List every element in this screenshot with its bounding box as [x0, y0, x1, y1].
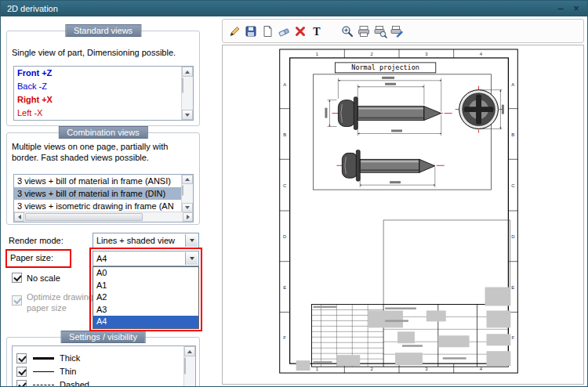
list-item[interactable]: Left -X — [14, 107, 181, 120]
svg-text:F: F — [512, 335, 515, 340]
paper-size-dropdown[interactable]: A0 A1 A2 A3 A4 — [93, 266, 199, 329]
new-sheet-icon[interactable] — [259, 22, 275, 41]
scrollbar-vertical[interactable] — [181, 67, 193, 120]
settings-visibility-group-label: Settings / visibility — [60, 331, 146, 343]
standard-views-list[interactable]: Front +Z Back -Z Right +X Left -X — [13, 66, 194, 121]
standard-views-group: Standard views Single view of part, Dime… — [6, 31, 200, 126]
settings-visibility-list[interactable]: Thick Thin Dashed — [12, 345, 196, 386]
standard-views-group-label: Standard views — [65, 24, 141, 37]
minimize-button[interactable]: – — [553, 1, 568, 16]
options-panel: Standard views Single view of part, Dime… — [1, 16, 206, 386]
svg-text:B: B — [511, 132, 514, 137]
scrollbar-vertical[interactable] — [183, 346, 195, 386]
dashed-label: Dashed — [60, 380, 89, 386]
list-item-selected[interactable]: 3 views + bill of material in frame (DIN… — [14, 187, 181, 200]
thin-line-sample — [33, 371, 54, 372]
svg-text:D: D — [511, 234, 515, 239]
scroll-left-icon[interactable] — [14, 212, 24, 222]
render-mode-label: Render mode: — [9, 236, 64, 245]
standard-views-description: Single view of part, Dimensioning possib… — [12, 47, 196, 58]
svg-text:D: D — [283, 234, 287, 239]
print-preview-icon[interactable] — [372, 22, 388, 41]
combination-views-description: Multiple views on one page, partially wi… — [12, 141, 197, 163]
list-item[interactable]: Back -Z — [14, 80, 181, 93]
scroll-thumb[interactable] — [184, 357, 186, 374]
titlebar[interactable]: 2D derivation – × — [1, 1, 587, 16]
drawing-canvas[interactable]: 1 2 3 4 1 2 3 4 A B C D E F A B C — [222, 45, 584, 385]
thick-line-sample — [33, 357, 54, 360]
thin-checkbox[interactable] — [16, 367, 27, 377]
scroll-thumb[interactable] — [25, 213, 143, 221]
svg-text:T: T — [313, 26, 321, 38]
svg-text:A: A — [511, 82, 514, 87]
paper-size-select[interactable]: A4 — [93, 251, 199, 266]
svg-text:C: C — [283, 183, 287, 188]
optimize-paper-label-line2: paper size — [27, 303, 67, 313]
dropdown-option[interactable]: A2 — [93, 291, 198, 304]
print-icon[interactable] — [355, 22, 372, 41]
projection-title: Normal projection — [351, 63, 419, 71]
eraser-icon[interactable] — [275, 22, 292, 41]
thin-label: Thin — [60, 367, 76, 376]
print-settings-icon[interactable] — [388, 22, 405, 41]
render-mode-value: Lines + shaded view — [96, 236, 175, 245]
dropdown-option[interactable]: A3 — [93, 304, 198, 316]
scroll-down-icon[interactable] — [182, 110, 193, 120]
svg-text:B: B — [283, 132, 286, 137]
list-item[interactable]: 3 views + isometric drawing in frame (AN — [14, 200, 181, 212]
dropdown-option[interactable]: A1 — [93, 280, 198, 292]
window-title: 2D derivation — [1, 4, 58, 13]
close-button[interactable]: × — [568, 1, 584, 16]
scroll-thumb[interactable] — [182, 185, 183, 196]
dropdown-option[interactable]: A0 — [93, 267, 198, 280]
settings-visibility-group: Settings / visibility Thick Thin Dashed — [6, 337, 200, 386]
optimize-paper-checkbox — [12, 295, 22, 306]
drawing-sheet: 1 2 3 4 1 2 3 4 A B C D E F A B C — [223, 45, 583, 384]
save-icon[interactable] — [242, 22, 259, 41]
combination-views-group-label: Combination views — [58, 126, 147, 139]
paper-size-value: A4 — [96, 254, 107, 263]
svg-text:F: F — [283, 335, 286, 340]
list-item[interactable]: Front +Z — [14, 67, 181, 80]
list-item[interactable]: 3 views + bill of material in frame (ANS… — [14, 175, 181, 187]
scroll-up-icon[interactable] — [184, 346, 195, 356]
text-icon[interactable]: T — [308, 22, 325, 41]
zoom-icon[interactable] — [339, 22, 355, 41]
svg-text:A: A — [283, 82, 286, 87]
2d-derivation-window: 2D derivation – × Standard views Single … — [0, 0, 588, 387]
thick-label: Thick — [60, 353, 80, 363]
svg-text:E: E — [511, 285, 514, 290]
dashed-checkbox[interactable] — [16, 380, 27, 386]
chevron-down-icon[interactable] — [185, 234, 198, 247]
edit-icon[interactable] — [226, 22, 242, 41]
scroll-thumb[interactable] — [182, 78, 183, 93]
combination-views-group: Combination views Multiple views on one … — [6, 132, 200, 225]
scroll-up-icon[interactable] — [182, 175, 193, 184]
no-scale-label: No scale — [27, 273, 60, 283]
scrollbar-horizontal[interactable] — [14, 212, 193, 222]
chevron-down-icon[interactable] — [185, 252, 198, 265]
combination-views-list[interactable]: 3 views + bill of material in frame (ANS… — [13, 174, 194, 222]
render-mode-select[interactable]: Lines + shaded view — [93, 233, 199, 248]
svg-text:C: C — [511, 183, 515, 188]
scroll-right-icon[interactable] — [183, 212, 193, 222]
drawing-toolbar: T — [222, 19, 584, 43]
thick-checkbox[interactable] — [16, 353, 27, 363]
preview-panel: T — [206, 16, 587, 386]
dashed-line-sample — [33, 385, 54, 385]
paper-size-label: Paper size: — [10, 253, 53, 262]
list-item[interactable]: Right +X — [14, 93, 181, 107]
no-scale-checkbox[interactable] — [12, 273, 22, 283]
dropdown-option-selected[interactable]: A4 — [93, 316, 198, 328]
scrollbar-vertical[interactable] — [181, 175, 193, 212]
svg-text:E: E — [283, 285, 286, 290]
scroll-up-icon[interactable] — [182, 67, 193, 77]
delete-icon[interactable] — [292, 22, 308, 41]
optimize-paper-label-line1: Optimize drawing — [27, 292, 93, 302]
